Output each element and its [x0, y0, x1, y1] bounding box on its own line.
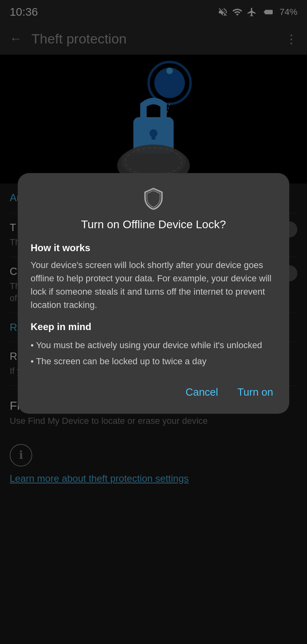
how-it-works-title: How it works [31, 242, 276, 254]
bullet-2: • The screen can be locked up to twice a… [31, 353, 276, 369]
dialog-bullets: • You must be actively using your device… [31, 337, 276, 369]
cancel-button[interactable]: Cancel [182, 382, 221, 402]
bullet-1: • You must be actively using your device… [31, 337, 276, 353]
turn-on-button[interactable]: Turn on [234, 382, 276, 402]
dialog-actions: Cancel Turn on [31, 382, 276, 402]
keep-in-mind-title: Keep in mind [31, 321, 276, 332]
offline-device-lock-dialog: Turn on Offline Device Lock? How it work… [18, 173, 289, 414]
dialog-icon-area [31, 188, 276, 210]
dialog-title: Turn on Offline Device Lock? [31, 218, 276, 231]
shield-icon [142, 188, 165, 210]
how-it-works-text: Your device's screen will lock shortly a… [31, 258, 276, 312]
